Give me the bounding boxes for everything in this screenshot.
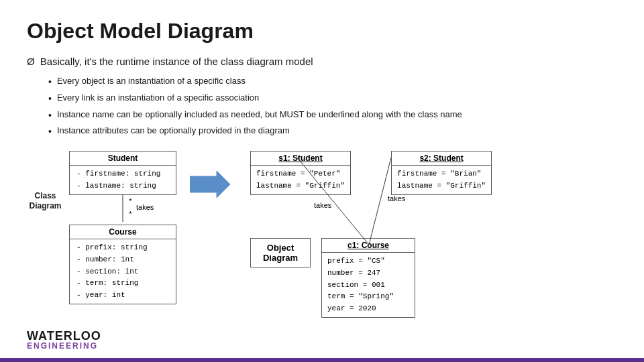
page: Object Model Diagram Ø Basically, it's t… xyxy=(0,0,644,362)
s1-object-box: s1: Student firstname = "Peter" lastname… xyxy=(250,151,351,195)
c1-attr-5: year = 2020 xyxy=(327,303,409,315)
arrow-symbol: Ø xyxy=(27,56,35,67)
bullet-list: Every object is an instantiation of a sp… xyxy=(48,74,617,140)
obj-bottom-area: takes takes Object Diagram c1: Course pr… xyxy=(250,198,492,318)
c1-object-box: c1: Course prefix = "CS" number = 247 se… xyxy=(321,238,415,318)
c1-attr-1: prefix = "CS" xyxy=(327,255,409,267)
student-class-body: - firstname: string - lastname: string xyxy=(70,166,176,194)
waterloo-logo: WATERLOO ENGINEERING xyxy=(27,330,101,350)
object-diagram-label: Object Diagram xyxy=(250,238,311,267)
waterloo-bottom-text: ENGINEERING xyxy=(27,342,101,350)
bullet-3: Instance name can be optionally included… xyxy=(48,107,617,124)
s2-attr-1: firstname = "Brian" xyxy=(397,168,486,180)
class-diagram-label: Class Diagram xyxy=(27,191,64,210)
student-attr-2: - lastname: string xyxy=(76,180,169,192)
purple-bar xyxy=(0,358,644,362)
c1-attr-3: section = 001 xyxy=(327,280,409,292)
s1-attr-2: lastname = "Griffin" xyxy=(256,180,345,192)
course-class-body: - prefix: string - number: int - section… xyxy=(70,239,176,304)
s1-body: firstname = "Peter" lastname = "Griffin" xyxy=(251,166,350,194)
object-diagram-label-box: Object Diagram xyxy=(250,238,311,267)
svg-text:*: * xyxy=(128,210,133,219)
s2-header: s2: Student xyxy=(392,152,491,166)
svg-marker-4 xyxy=(190,171,230,198)
class-diagram-uml: Student - firstname: string - lastname: … xyxy=(69,151,176,304)
big-arrow-container xyxy=(190,171,230,198)
svg-text:takes: takes xyxy=(314,201,332,209)
c1-attr-2: number = 247 xyxy=(327,267,409,280)
course-attr-2: - number: int xyxy=(76,254,169,266)
page-title: Object Model Diagram xyxy=(27,19,617,44)
bullet-1: Every object is an instantiation of a sp… xyxy=(48,74,617,90)
course-attr-4: - term: string xyxy=(76,278,169,290)
footer: WATERLOO ENGINEERING xyxy=(27,330,101,350)
course-class-header: Course xyxy=(70,225,176,239)
course-attr-5: - year: int xyxy=(76,290,169,302)
course-attr-1: - prefix: string xyxy=(76,242,169,254)
student-attr-1: - firstname: string xyxy=(76,168,169,180)
student-class-box: Student - firstname: string - lastname: … xyxy=(69,151,176,195)
c1-attr-4: term = "Spring" xyxy=(327,291,409,303)
course-attr-3: - section: int xyxy=(76,266,169,278)
waterloo-top-text: WATERLOO xyxy=(27,330,101,342)
c1-box: c1: Course prefix = "CS" number = 247 se… xyxy=(321,238,415,318)
intro-text: Ø Basically, it's the runtime instance o… xyxy=(27,56,617,67)
s2-object-box: s2: Student firstname = "Brian" lastname… xyxy=(391,151,492,195)
s1-attr-1: firstname = "Peter" xyxy=(256,168,345,180)
svg-text:*: * xyxy=(128,198,133,206)
svg-text:takes: takes xyxy=(388,194,406,202)
bullet-2: Every link is an instantiation of a spec… xyxy=(48,90,617,107)
association-line: * * takes xyxy=(69,195,176,222)
assoc-line-svg: * * takes xyxy=(69,195,176,222)
obj-top-row: s1: Student firstname = "Peter" lastname… xyxy=(250,151,492,195)
s2-body: firstname = "Brian" lastname = "Griffin" xyxy=(392,166,491,194)
object-diagram-panel: s1: Student firstname = "Peter" lastname… xyxy=(250,151,492,318)
student-class-header: Student xyxy=(70,152,176,166)
diagram-area: Class Diagram Student - firstname: strin… xyxy=(27,151,617,318)
c1-body: prefix = "CS" number = 247 section = 001… xyxy=(322,253,415,317)
course-class-box: Course - prefix: string - number: int - … xyxy=(69,225,176,304)
svg-text:takes: takes xyxy=(136,203,154,211)
c1-header: c1: Course xyxy=(322,239,415,253)
s1-header: s1: Student xyxy=(251,152,350,166)
class-diagram-panel: Class Diagram Student - firstname: strin… xyxy=(27,151,183,304)
bullet-4: Instance attributes can be optionally pr… xyxy=(48,123,617,140)
s2-attr-2: lastname = "Griffin" xyxy=(397,180,486,192)
big-arrow-svg xyxy=(190,171,230,198)
